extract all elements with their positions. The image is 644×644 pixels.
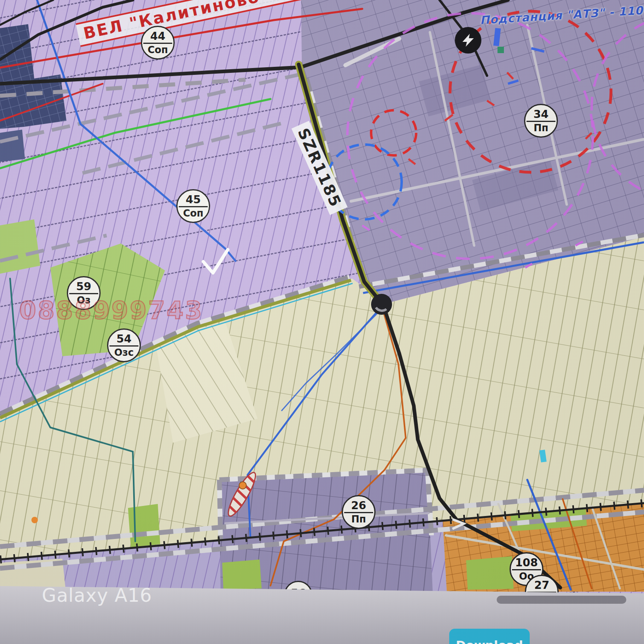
- zone-badge-54: 54 Озс: [107, 328, 141, 362]
- zone-badge-26: 26 Пп: [342, 495, 376, 529]
- orange-dot: [31, 517, 38, 523]
- teal-marker: [497, 47, 504, 53]
- screen-photo: ВЕЛ "Калитиново" SZR1185 Подстанция "АТЗ…: [0, 0, 644, 644]
- device-watermark: Galaxy A16: [42, 584, 152, 606]
- phone-number-watermark: 0888999743: [19, 296, 203, 324]
- zone-badge-34: 34 Пп: [524, 104, 558, 138]
- junction-dot-icon: [371, 294, 392, 315]
- horizontal-scrollbar-thumb[interactable]: [497, 596, 626, 604]
- messenger-lightning-icon[interactable]: [455, 27, 481, 54]
- zone-badge-45: 45 Соп: [176, 189, 210, 223]
- orange-dot: [239, 482, 246, 489]
- zone-badge-44: 44 Соп: [141, 26, 175, 60]
- download-button[interactable]: Download: [449, 629, 530, 644]
